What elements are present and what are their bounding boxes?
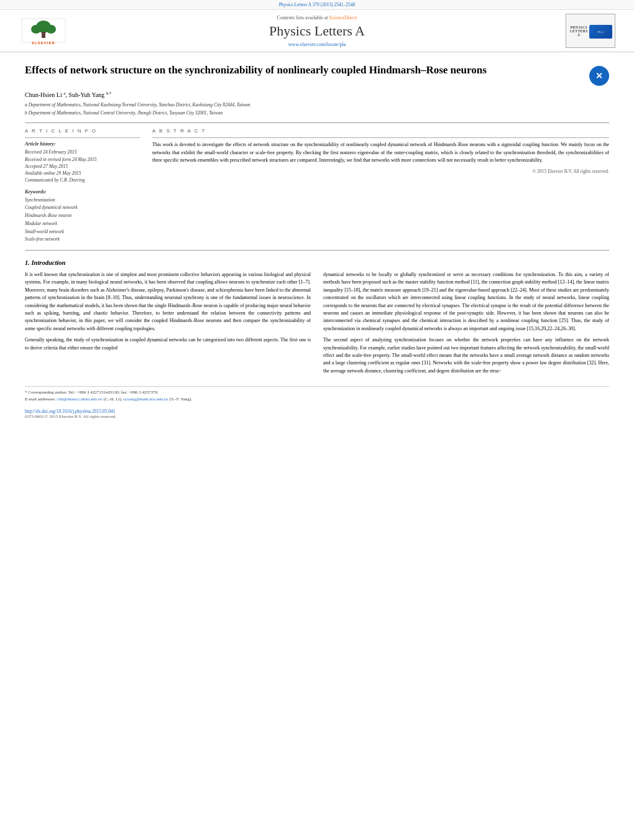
keyword-6: Scale-free network — [25, 236, 140, 244]
author-chli: Chun-Hsien Li a — [25, 91, 65, 98]
svg-point-2 — [31, 25, 41, 34]
journal-logo-graphic: PLA — [598, 30, 604, 34]
keyword-4: Modular network — [25, 220, 140, 228]
keywords-label: Keywords: — [25, 189, 140, 195]
journal-header: ELSEVIER Contents lists available at Sci… — [0, 10, 634, 52]
abstract-col: A B S T R A C T This work is devoted to … — [152, 128, 609, 244]
body-col-right: dynamical networks to be locally or glob… — [323, 271, 609, 379]
accepted-date: Accepted 27 May 2015 — [25, 163, 140, 170]
journal-title-header: Physics Letters A — [68, 23, 566, 39]
journal-citation: Physics Letters A 379 (2015) 2541–2548 — [0, 0, 634, 10]
footnote-area: * Corresponding author. Tel.: +886 3 422… — [25, 386, 609, 402]
keyword-5: Small-world network — [25, 228, 140, 236]
elsevier-logo: ELSEVIER — [19, 16, 68, 47]
abstract-label: A B S T R A C T — [152, 128, 609, 134]
title-area: Effects of network structure on the sync… — [25, 63, 609, 86]
intro-para-1: It is well known that synchronization is… — [25, 271, 311, 333]
introduction-section: 1. Introduction It is well known that sy… — [25, 259, 609, 379]
keyword-1: Synchronization — [25, 196, 140, 205]
sciencedirect-link[interactable]: ScienceDirect — [329, 15, 357, 21]
history-label: Article history: — [25, 141, 140, 147]
divider-2 — [25, 250, 609, 251]
affiliations: a Department of Mathematics, National Ka… — [25, 102, 609, 116]
body-col-left: It is well known that synchronization is… — [25, 271, 311, 379]
section-heading: 1. Introduction — [25, 259, 609, 266]
communicated-by: Communicated by C.R. Doering — [25, 177, 140, 183]
abstract-text: This work is devoted to investigate the … — [152, 141, 609, 164]
copyright-line: © 2015 Elsevier B.V. All rights reserved… — [152, 168, 609, 174]
article-container: Effects of network structure on the sync… — [0, 52, 634, 432]
header-center: Contents lists available at ScienceDirec… — [68, 15, 566, 47]
intro-para-2: Generally speaking, the study of synchro… — [25, 336, 311, 352]
doi-citation-text: Physics Letters A 379 (2015) 2541–2548 — [279, 2, 356, 7]
article-title: Effects of network structure on the sync… — [25, 63, 582, 77]
journal-logo-right: PHYSICSLETTERS A PLA — [566, 14, 615, 48]
author-syyang: Suh-Yuh Yang b,* — [68, 91, 111, 98]
article-info-label: A R T I C L E I N F O — [25, 128, 140, 134]
keyword-3: Hindmarsh–Rose neuron — [25, 212, 140, 220]
info-abstract-area: A R T I C L E I N F O Article history: R… — [25, 128, 609, 244]
intro-para-4: The second aspect of analyzing synchroni… — [323, 336, 609, 375]
authors-line: Chun-Hsien Li a, Suh-Yuh Yang b,* — [25, 91, 609, 98]
article-info-col: A R T I C L E I N F O Article history: R… — [25, 128, 140, 244]
bottom-copyright: 0375-9601/© 2015 Elsevier B.V. All right… — [25, 414, 609, 419]
affil-b: b Department of Mathematics, National Ce… — [25, 110, 609, 117]
svg-rect-4 — [42, 32, 45, 38]
affil-a: a Department of Mathematics, National Ka… — [25, 102, 609, 109]
crossmark-badge[interactable]: ✕ — [589, 66, 609, 86]
footnote-email: E-mail addresses: chli@nknucc.nknu.edu.t… — [25, 396, 609, 403]
footnote-corresponding: * Corresponding author. Tel.: +886 3 422… — [25, 389, 609, 396]
revised-date: Received in revised form 24 May 2015 — [25, 156, 140, 163]
journal-logo-text: PHYSICSLETTERS A — [569, 25, 589, 37]
keyword-2: Coupled dynamical network — [25, 204, 140, 212]
doi-link[interactable]: http://dx.doi.org/10.1016/j.physleta.201… — [25, 408, 609, 414]
sciencedirect-line: Contents lists available at ScienceDirec… — [68, 15, 566, 21]
email-syyang-link[interactable]: syyang@math.ncu.edu.tw — [123, 397, 168, 402]
journal-url[interactable]: www.elsevier.com/locate/pla — [68, 42, 566, 47]
bottom-doi: http://dx.doi.org/10.1016/j.physleta.201… — [25, 408, 609, 419]
crossmark-icon: ✕ — [595, 71, 603, 81]
received-date: Received 24 February 2015 — [25, 149, 140, 155]
body-columns: It is well known that synchronization is… — [25, 271, 609, 379]
elsevier-logo-svg: ELSEVIER — [19, 16, 68, 47]
available-date: Available online 29 May 2015 — [25, 170, 140, 177]
divider-1 — [25, 122, 609, 123]
email-chli-link[interactable]: chli@nknucc.nknu.edu.tw — [57, 397, 103, 402]
svg-text:ELSEVIER: ELSEVIER — [32, 41, 55, 45]
svg-point-3 — [46, 25, 56, 34]
intro-para-3: dynamical networks to be locally or glob… — [323, 271, 609, 333]
